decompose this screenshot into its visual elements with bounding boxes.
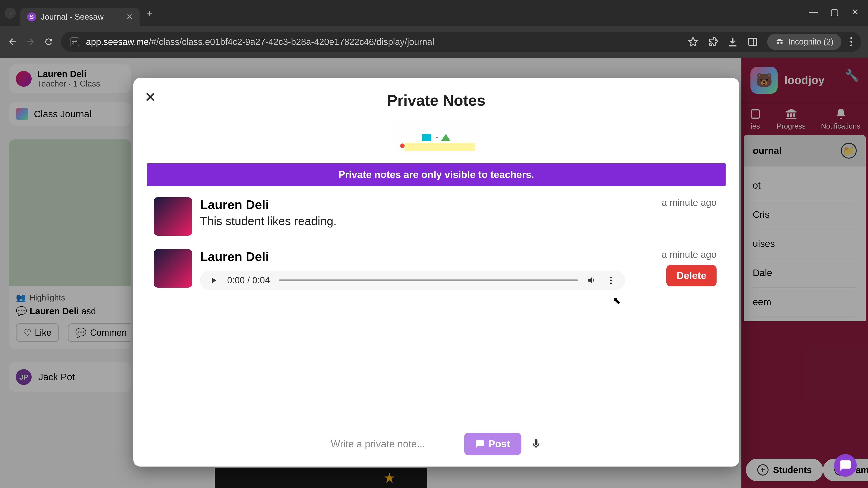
post-button[interactable]: Post [464, 433, 521, 455]
tab-search-button[interactable] [4, 7, 16, 19]
svg-point-5 [610, 283, 612, 284]
svg-point-3 [610, 276, 612, 278]
minimize-icon[interactable]: — [809, 7, 818, 17]
address-bar: ⇄ app.seesaw.me/#/class/class.e01bf4c2-9… [0, 26, 868, 58]
note-author: Lauren Deli [200, 249, 719, 264]
browser-menu-icon[interactable] [850, 37, 852, 46]
note-avatar [154, 249, 192, 288]
browser-tab-strip: S Journal - Seesaw ✕ + — ▢ ✕ [0, 0, 868, 26]
back-button[interactable] [7, 36, 18, 47]
close-window-icon[interactable]: ✕ [851, 7, 859, 17]
note-avatar [154, 197, 192, 236]
mouse-cursor: ⬉ [613, 295, 621, 306]
voice-note-icon[interactable] [530, 438, 542, 450]
window-controls: — ▢ ✕ [809, 7, 859, 17]
bookmark-star-icon[interactable] [688, 36, 699, 47]
help-chat-fab[interactable] [834, 454, 857, 477]
audio-time: 0:00 / 0:04 [227, 275, 270, 285]
url-bar[interactable]: ⇄ app.seesaw.me/#/class/class.e01bf4c2-9… [61, 32, 861, 52]
tab-favicon: S [27, 12, 36, 22]
site-settings-icon[interactable]: ⇄ [70, 37, 79, 46]
svg-rect-0 [749, 38, 757, 45]
note-item: Lauren Deli This student likes reading. … [147, 197, 725, 236]
post-thumbnail[interactable]: → [393, 121, 479, 154]
forward-button [25, 36, 36, 47]
url-text: app.seesaw.me/#/class/class.e01bf4c2-9a2… [86, 37, 681, 47]
tab-close-icon[interactable]: ✕ [126, 12, 133, 22]
note-author: Lauren Deli [200, 197, 719, 212]
delete-button[interactable]: Delete [666, 265, 717, 286]
modal-title: Private Notes [147, 92, 725, 109]
audio-more-icon[interactable] [606, 275, 616, 285]
visibility-banner: Private notes are only visible to teache… [147, 163, 725, 186]
note-item: Lauren Deli 0:00 / 0:04 a minute ago Del… [147, 249, 725, 290]
private-notes-modal: ✕ Private Notes → Private notes are only… [133, 78, 739, 466]
extensions-icon[interactable] [708, 36, 718, 47]
downloads-icon[interactable] [727, 36, 738, 47]
side-panel-icon[interactable] [747, 36, 758, 47]
compose-row: Write a private note... Post [331, 433, 541, 455]
incognito-badge[interactable]: Incognito (2) [767, 34, 841, 50]
note-input[interactable]: Write a private note... [331, 438, 455, 450]
reload-button[interactable] [43, 36, 54, 47]
note-timestamp: a minute ago [662, 249, 717, 260]
svg-point-4 [610, 280, 612, 281]
audio-player: 0:00 / 0:04 [200, 271, 625, 290]
maximize-icon[interactable]: ▢ [830, 7, 839, 17]
browser-tab[interactable]: S Journal - Seesaw ✕ [20, 8, 140, 26]
note-timestamp: a minute ago [662, 197, 717, 208]
play-icon[interactable] [209, 276, 218, 285]
note-text: This student likes reading. [200, 214, 719, 228]
new-tab-button[interactable]: + [147, 7, 152, 19]
volume-icon[interactable] [587, 275, 597, 285]
tab-title: Journal - Seesaw [41, 12, 103, 22]
audio-seek-track[interactable] [279, 280, 578, 281]
modal-close-icon[interactable]: ✕ [145, 89, 156, 105]
